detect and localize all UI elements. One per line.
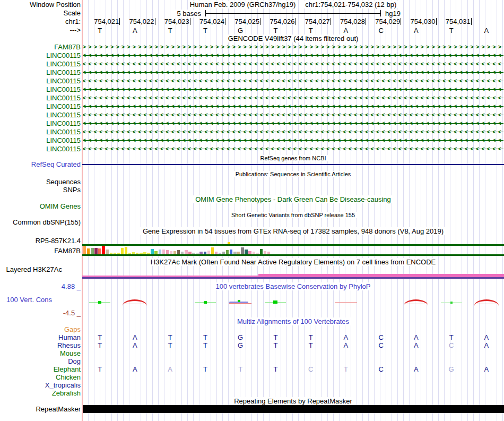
gtex-gene2-track[interactable] bbox=[82, 254, 504, 256]
gtex-gene1-label[interactable]: RP5-857K21.4 bbox=[0, 237, 81, 245]
coordinate-label[interactable]: 754,024 bbox=[190, 18, 225, 25]
coordinate-label[interactable]: 754,021 bbox=[85, 18, 120, 25]
gene-track[interactable]: <<<<<<<<<<<<<<<<<<<<<<<<<<<<<<<<<<<<<<<<… bbox=[83, 52, 503, 59]
alignment-row-dog[interactable]: Dog bbox=[0, 357, 504, 365]
gene-label[interactable]: LINC00115 bbox=[0, 128, 81, 136]
species-label[interactable]: Gaps bbox=[0, 325, 81, 333]
repeatmasker-label[interactable]: RepeatMasker bbox=[0, 406, 81, 413]
alignment-row-gaps[interactable]: Gaps bbox=[0, 325, 504, 333]
species-label[interactable]: X_tropicalis bbox=[0, 381, 81, 389]
gene-row: FAM87B>>>>>>>>>>>>>>>>>>>>>>>>>>>>>>>>>>… bbox=[0, 44, 504, 51]
base-letter: T bbox=[188, 27, 223, 35]
alignment-base: T bbox=[434, 333, 469, 341]
gene-label[interactable]: LINC00115 bbox=[0, 61, 81, 68]
alignment-row-zebrafish[interactable]: Zebrafish bbox=[0, 389, 504, 397]
base-letter: A bbox=[328, 27, 363, 35]
repeatmasker-track[interactable] bbox=[83, 405, 504, 413]
species-label[interactable]: Elephant bbox=[0, 365, 81, 373]
phylop-track-label[interactable]: 100 Vert. Cons bbox=[0, 296, 52, 304]
gene-row: LINC00115<<<<<<<<<<<<<<<<<<<<<<<<<<<<<<<… bbox=[0, 128, 504, 136]
alignment-row-human[interactable]: HumanTATTGTTACATA bbox=[0, 333, 504, 341]
alignment-row-rhesus[interactable]: RhesusTATTGTTACACA bbox=[0, 341, 504, 349]
coordinate-label[interactable]: 754,029 bbox=[366, 18, 401, 25]
alignment-base: A bbox=[117, 341, 152, 349]
species-label[interactable]: Dog bbox=[0, 357, 81, 365]
gene-track[interactable]: <<<<<<<<<<<<<<<<<<<<<<<<<<<<<<<<<<<<<<<<… bbox=[83, 137, 503, 144]
alignment-base: A bbox=[398, 333, 433, 341]
species-label[interactable]: Human bbox=[0, 333, 81, 341]
coordinate-label[interactable]: 754,030 bbox=[401, 18, 436, 25]
alignment-row-mouse[interactable]: Mouse bbox=[0, 349, 504, 357]
coordinate-label[interactable]: 754,023 bbox=[155, 18, 190, 25]
h3k27ac-track-segment-left[interactable] bbox=[82, 276, 258, 279]
alignment-base: T bbox=[82, 333, 117, 341]
gtex-gene2-label[interactable]: FAM87B bbox=[0, 247, 81, 255]
genome-browser-image: Window Position Human Feb. 2009 (GRCh37/… bbox=[0, 0, 504, 421]
gtex-gene1-track[interactable] bbox=[82, 244, 504, 246]
species-label[interactable]: Zebrafish bbox=[0, 389, 81, 397]
gene-label[interactable]: LINC00115 bbox=[0, 78, 81, 85]
gene-label[interactable]: LINC00115 bbox=[0, 52, 81, 59]
sequences-label[interactable]: Sequences bbox=[0, 178, 81, 186]
gene-label[interactable]: LINC00115 bbox=[0, 94, 81, 102]
alignment-base: T bbox=[328, 365, 363, 373]
coordinate-label[interactable]: 754,028 bbox=[331, 18, 366, 25]
gene-track[interactable]: <<<<<<<<<<<<<<<<<<<<<<<<<<<<<<<<<<<<<<<<… bbox=[83, 120, 503, 127]
gene-label[interactable]: LINC00115 bbox=[0, 111, 81, 119]
gene-track[interactable]: <<<<<<<<<<<<<<<<<<<<<<<<<<<<<<<<<<<<<<<<… bbox=[83, 61, 503, 68]
gene-track[interactable]: <<<<<<<<<<<<<<<<<<<<<<<<<<<<<<<<<<<<<<<<… bbox=[83, 86, 503, 93]
alignment-base: A bbox=[469, 333, 504, 341]
gene-track[interactable]: <<<<<<<<<<<<<<<<<<<<<<<<<<<<<<<<<<<<<<<<… bbox=[83, 145, 503, 153]
gene-track[interactable]: >>>>>>>>>>>>>>>>>>>>>>>>>>>>>>>>>>>>>>>>… bbox=[83, 44, 503, 51]
conservation-mark-green bbox=[88, 299, 112, 306]
coordinate-label[interactable]: 754,022 bbox=[120, 18, 155, 25]
position-title: chr1:754,021-754,032 (12 bp) bbox=[303, 1, 398, 8]
gene-label[interactable]: LINC00115 bbox=[0, 120, 81, 127]
multiz-title-row: Multiz Alignments of 100 Vertebrates bbox=[82, 318, 504, 325]
gene-label[interactable]: LINC00115 bbox=[0, 69, 81, 76]
species-label[interactable]: Rhesus bbox=[0, 341, 81, 349]
gtex-expression-barchart[interactable] bbox=[83, 246, 285, 254]
alignment-base: T bbox=[188, 333, 223, 341]
h3k27ac-track-segment-right[interactable] bbox=[258, 274, 504, 279]
omim-title: OMIM Gene Phenotypes - Dark Green Can Be… bbox=[193, 195, 393, 203]
refseq-curated-label[interactable]: RefSeq Curated bbox=[0, 161, 81, 168]
coordinate-label[interactable]: 754,027 bbox=[296, 18, 331, 25]
gene-row: LINC00115<<<<<<<<<<<<<<<<<<<<<<<<<<<<<<<… bbox=[0, 94, 504, 102]
common-dbsnp-label[interactable]: Common dbSNP(155) bbox=[0, 219, 81, 226]
gene-label[interactable]: FAM87B bbox=[0, 44, 81, 51]
gene-track[interactable]: <<<<<<<<<<<<<<<<<<<<<<<<<<<<<<<<<<<<<<<<… bbox=[83, 103, 503, 110]
alignment-row-chicken[interactable]: Chicken bbox=[0, 373, 504, 381]
coordinate-ruler[interactable]: 754,021754,022754,023754,024754,025754,0… bbox=[85, 18, 504, 25]
gene-track[interactable]: <<<<<<<<<<<<<<<<<<<<<<<<<<<<<<<<<<<<<<<<… bbox=[83, 69, 503, 76]
omim-genes-label[interactable]: OMIM Genes bbox=[0, 203, 81, 210]
refseq-curated-track[interactable] bbox=[82, 164, 504, 165]
gene-label[interactable]: LINC00115 bbox=[0, 86, 81, 93]
alignment-row-elephant[interactable]: ElephantTAATTTCTCAGA bbox=[0, 365, 504, 373]
h3k27ac-title: H3K27Ac Mark (Often Found Near Active Re… bbox=[149, 258, 438, 266]
refseq-title: RefSeq genes from NCBI bbox=[258, 155, 328, 161]
gene-label[interactable]: LINC00115 bbox=[0, 137, 81, 144]
gene-track[interactable]: <<<<<<<<<<<<<<<<<<<<<<<<<<<<<<<<<<<<<<<<… bbox=[83, 94, 503, 102]
alignment-base: T bbox=[293, 341, 328, 349]
gene-track[interactable]: <<<<<<<<<<<<<<<<<<<<<<<<<<<<<<<<<<<<<<<<… bbox=[83, 111, 503, 119]
gene-track[interactable]: <<<<<<<<<<<<<<<<<<<<<<<<<<<<<<<<<<<<<<<<… bbox=[83, 78, 503, 85]
alignment-row-x_tropicalis[interactable]: X_tropicalis bbox=[0, 381, 504, 389]
alignment-base: G bbox=[223, 333, 258, 341]
gene-label[interactable]: LINC00115 bbox=[0, 145, 81, 153]
alignment-base: T bbox=[258, 365, 293, 373]
species-label[interactable]: Mouse bbox=[0, 349, 81, 357]
species-label[interactable]: Chicken bbox=[0, 373, 81, 381]
phylop-min-label: -4.5 _ bbox=[0, 310, 81, 317]
layered-h3k27ac-label[interactable]: Layered H3K27Ac bbox=[0, 266, 62, 273]
coordinate-label[interactable]: 754,026 bbox=[260, 18, 296, 25]
gene-track[interactable]: <<<<<<<<<<<<<<<<<<<<<<<<<<<<<<<<<<<<<<<<… bbox=[83, 128, 503, 136]
snps-label[interactable]: SNPs bbox=[0, 186, 81, 194]
alignment-base: T bbox=[293, 333, 328, 341]
coordinate-label[interactable]: 754,025 bbox=[225, 18, 260, 25]
publications-title-row: Publications: Sequences in Scientific Ar… bbox=[82, 170, 504, 178]
coordinate-label[interactable]: 754,031 bbox=[437, 18, 472, 25]
dbsnp-title-row: Short Genetic Variants from dbSNP releas… bbox=[82, 211, 504, 219]
conservation-track[interactable] bbox=[82, 291, 504, 317]
gene-label[interactable]: LINC00115 bbox=[0, 103, 81, 110]
